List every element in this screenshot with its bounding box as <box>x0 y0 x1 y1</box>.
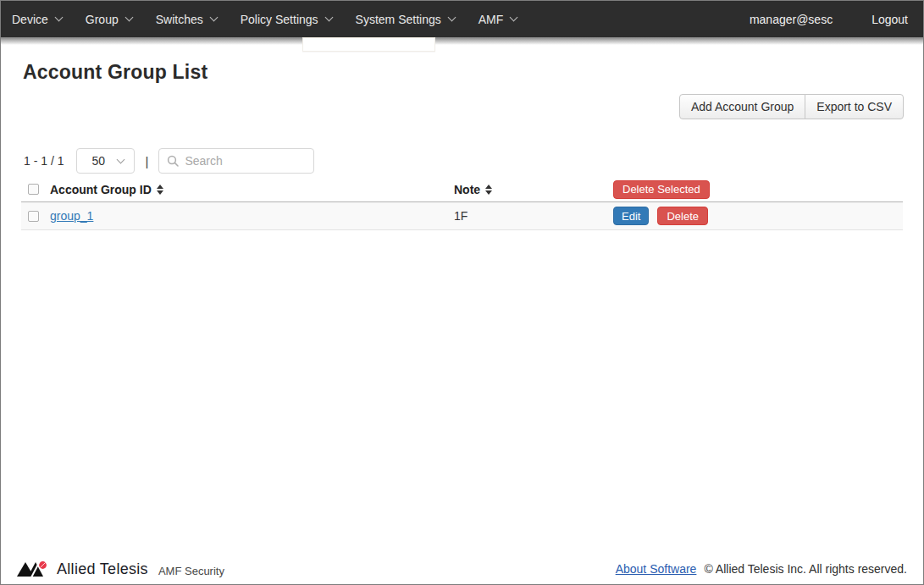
user-account-link[interactable]: manager@sesc <box>750 13 833 26</box>
nav-item-label: AMF <box>479 13 504 26</box>
brand-name: Allied Telesis <box>57 560 148 578</box>
top-navbar: Device Group Switches Policy Settings Sy… <box>1 1 923 37</box>
page-actions: Add Account Group Export to CSV <box>679 94 904 119</box>
nav-menu: Device Group Switches Policy Settings Sy… <box>12 13 517 26</box>
nav-item-policy-settings[interactable]: Policy Settings <box>241 13 332 26</box>
list-toolbar: 1 - 1 / 1 50 | <box>24 148 314 174</box>
account-group-table: Account Group ID Note Delete Selected gr… <box>21 177 903 230</box>
dropdown-remnant <box>302 37 435 52</box>
product-name: AMF Security <box>158 561 224 577</box>
account-group-link[interactable]: group_1 <box>50 209 93 223</box>
search-input[interactable] <box>185 154 306 168</box>
app-window: Device Group Switches Policy Settings Sy… <box>0 0 924 585</box>
about-software-link[interactable]: About Software <box>616 562 697 576</box>
page-title: Account Group List <box>23 61 207 84</box>
nav-right: manager@sesc Logout <box>750 13 908 26</box>
column-header-account-group-id[interactable]: Account Group ID <box>50 183 454 196</box>
chevron-down-icon <box>447 14 456 22</box>
add-account-group-button[interactable]: Add Account Group <box>679 94 805 119</box>
nav-item-system-settings[interactable]: System Settings <box>356 13 455 26</box>
toolbar-divider: | <box>145 154 148 168</box>
nav-item-label: Group <box>86 13 119 26</box>
delete-button[interactable]: Delete <box>657 207 708 225</box>
logout-link[interactable]: Logout <box>871 13 908 26</box>
table-header-row: Account Group ID Note Delete Selected <box>21 177 903 202</box>
search-icon <box>167 155 179 167</box>
page-size-value: 50 <box>91 154 105 168</box>
footer-brand: Allied Telesis AMF Security <box>17 560 224 578</box>
copyright-text: © Allied Telesis Inc. All rights reserve… <box>704 562 907 576</box>
nav-item-label: Switches <box>156 13 203 26</box>
chevron-down-icon <box>117 156 125 164</box>
nav-item-label: Policy Settings <box>241 13 318 26</box>
select-all-checkbox[interactable] <box>28 184 39 195</box>
chevron-down-icon <box>324 14 333 22</box>
row-checkbox[interactable] <box>28 211 39 222</box>
chevron-down-icon <box>510 14 518 22</box>
nav-item-group[interactable]: Group <box>86 13 132 26</box>
delete-selected-button[interactable]: Delete Selected <box>613 180 710 199</box>
nav-item-switches[interactable]: Switches <box>156 13 217 26</box>
allied-telesis-logo-icon <box>17 560 49 578</box>
footer: Allied Telesis AMF Security About Softwa… <box>1 560 923 584</box>
pagination-range: 1 - 1 / 1 <box>24 154 64 168</box>
note-cell: 1F <box>454 209 613 223</box>
edit-button[interactable]: Edit <box>613 207 649 225</box>
nav-item-amf[interactable]: AMF <box>479 13 517 26</box>
chevron-down-icon <box>54 14 63 22</box>
sort-icon <box>157 185 163 195</box>
chevron-down-icon <box>209 14 218 22</box>
table-row: group_1 1F Edit Delete <box>21 202 903 230</box>
search-box <box>158 148 314 174</box>
nav-item-label: Device <box>12 13 48 26</box>
sort-icon <box>485 185 492 195</box>
navbar-shadow <box>1 37 923 45</box>
nav-item-device[interactable]: Device <box>12 13 62 26</box>
chevron-down-icon <box>124 14 133 22</box>
page-size-select[interactable]: 50 <box>76 148 135 174</box>
nav-item-label: System Settings <box>356 13 441 26</box>
footer-links: About Software © Allied Telesis Inc. All… <box>616 562 907 576</box>
export-csv-button[interactable]: Export to CSV <box>805 94 904 119</box>
column-header-note[interactable]: Note <box>454 183 613 196</box>
